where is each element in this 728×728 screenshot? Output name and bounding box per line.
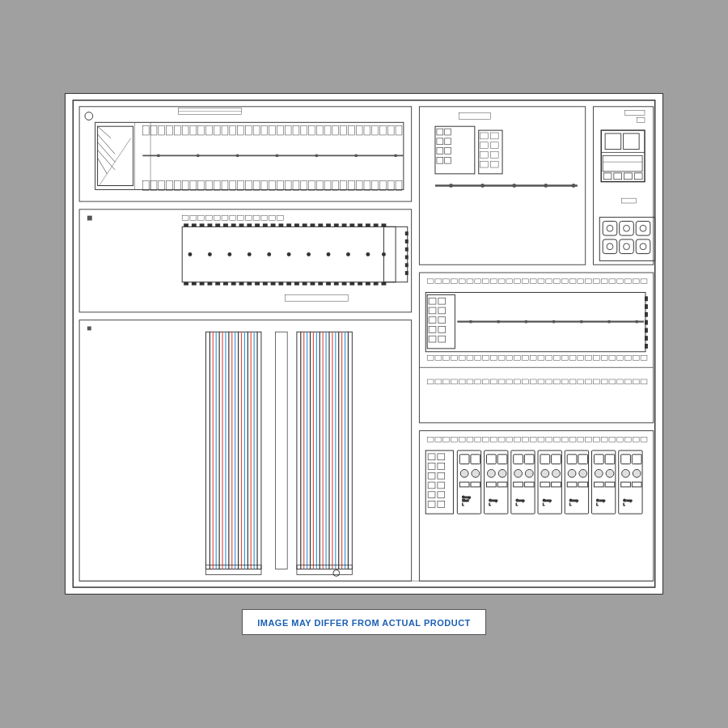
svg-point-495 <box>552 470 560 477</box>
svg-rect-111 <box>231 223 236 226</box>
svg-rect-147 <box>311 282 315 286</box>
disclaimer-box: IMAGE MAY DIFFER FROM ACTUAL PRODUCT <box>242 609 486 635</box>
svg-point-497 <box>579 470 586 477</box>
svg-rect-174 <box>405 271 408 275</box>
svg-rect-150 <box>334 282 339 286</box>
svg-point-86 <box>315 154 318 157</box>
svg-rect-173 <box>405 263 408 267</box>
svg-rect-172 <box>405 256 408 260</box>
svg-point-311 <box>469 320 472 324</box>
svg-rect-318 <box>645 296 648 301</box>
svg-point-499 <box>607 470 614 477</box>
svg-point-314 <box>552 320 556 324</box>
svg-rect-112 <box>239 223 244 226</box>
svg-point-161 <box>267 252 271 256</box>
svg-rect-116 <box>271 223 276 226</box>
svg-rect-170 <box>405 239 408 243</box>
svg-rect-132 <box>192 282 197 286</box>
svg-rect-107 <box>200 223 205 226</box>
svg-rect-136 <box>223 282 228 286</box>
svg-rect-142 <box>271 282 276 286</box>
svg-rect-156 <box>382 282 387 286</box>
svg-rect-171 <box>405 248 408 252</box>
svg-rect-110 <box>223 223 228 226</box>
svg-rect-105 <box>184 223 188 226</box>
svg-point-239 <box>512 184 516 188</box>
svg-rect-195 <box>276 332 288 569</box>
svg-rect-141 <box>263 282 268 286</box>
main-container: Group Start L Group L <box>65 93 663 635</box>
svg-point-163 <box>307 252 311 256</box>
svg-rect-121 <box>311 223 315 226</box>
svg-rect-126 <box>349 223 354 226</box>
svg-point-160 <box>248 252 252 256</box>
svg-point-83 <box>197 154 200 157</box>
svg-rect-177 <box>87 326 91 330</box>
svg-rect-115 <box>263 223 268 226</box>
svg-rect-176 <box>79 320 412 582</box>
svg-rect-125 <box>342 223 347 226</box>
svg-rect-113 <box>247 223 252 226</box>
svg-rect-129 <box>374 223 379 226</box>
svg-point-84 <box>236 154 239 157</box>
svg-rect-114 <box>255 223 260 226</box>
svg-point-240 <box>544 184 548 188</box>
svg-point-164 <box>327 252 331 256</box>
svg-rect-320 <box>645 312 648 317</box>
svg-rect-133 <box>200 282 205 286</box>
svg-point-237 <box>449 184 453 188</box>
disclaimer-text: IMAGE MAY DIFFER FROM ACTUAL PRODUCT <box>257 618 471 628</box>
svg-rect-138 <box>239 282 244 286</box>
svg-point-316 <box>607 320 611 324</box>
svg-rect-117 <box>278 223 283 226</box>
svg-point-489 <box>472 470 479 477</box>
svg-point-488 <box>461 470 468 477</box>
svg-point-162 <box>287 252 291 256</box>
svg-rect-148 <box>318 282 323 286</box>
svg-point-158 <box>208 252 212 256</box>
svg-point-82 <box>157 154 160 157</box>
svg-rect-169 <box>405 231 408 235</box>
svg-rect-324 <box>645 344 648 349</box>
diagram-wrapper: Group Start L Group L <box>65 93 663 595</box>
svg-point-85 <box>276 154 279 157</box>
svg-rect-146 <box>303 282 307 286</box>
svg-point-88 <box>394 154 397 157</box>
svg-point-317 <box>635 320 638 324</box>
svg-rect-155 <box>374 282 379 286</box>
svg-rect-109 <box>215 223 220 226</box>
svg-rect-123 <box>326 223 331 226</box>
svg-point-87 <box>354 154 358 157</box>
svg-rect-321 <box>645 320 648 325</box>
svg-rect-128 <box>366 223 370 226</box>
svg-rect-122 <box>318 223 323 226</box>
svg-point-166 <box>366 252 370 256</box>
svg-point-159 <box>227 252 231 256</box>
svg-rect-137 <box>231 282 236 286</box>
svg-rect-323 <box>645 336 648 341</box>
svg-rect-151 <box>342 282 347 286</box>
svg-rect-131 <box>184 282 188 286</box>
svg-rect-139 <box>247 282 252 286</box>
svg-rect-106 <box>192 223 197 226</box>
technical-diagram: Group Start L Group L <box>70 99 658 589</box>
svg-rect-90 <box>87 216 92 221</box>
svg-rect-134 <box>207 282 212 286</box>
svg-rect-108 <box>207 223 212 226</box>
svg-rect-145 <box>294 282 299 286</box>
svg-rect-120 <box>303 223 307 226</box>
svg-point-491 <box>499 470 506 477</box>
svg-rect-149 <box>326 282 331 286</box>
svg-rect-319 <box>645 304 648 309</box>
svg-point-501 <box>633 470 641 477</box>
svg-point-492 <box>514 470 522 477</box>
svg-rect-140 <box>255 282 260 286</box>
svg-point-494 <box>541 470 548 477</box>
svg-point-490 <box>488 470 495 477</box>
svg-point-238 <box>480 184 485 188</box>
svg-rect-154 <box>366 282 370 286</box>
svg-point-500 <box>622 470 629 477</box>
svg-rect-130 <box>382 223 387 226</box>
svg-point-241 <box>572 184 576 188</box>
svg-rect-119 <box>294 223 299 226</box>
